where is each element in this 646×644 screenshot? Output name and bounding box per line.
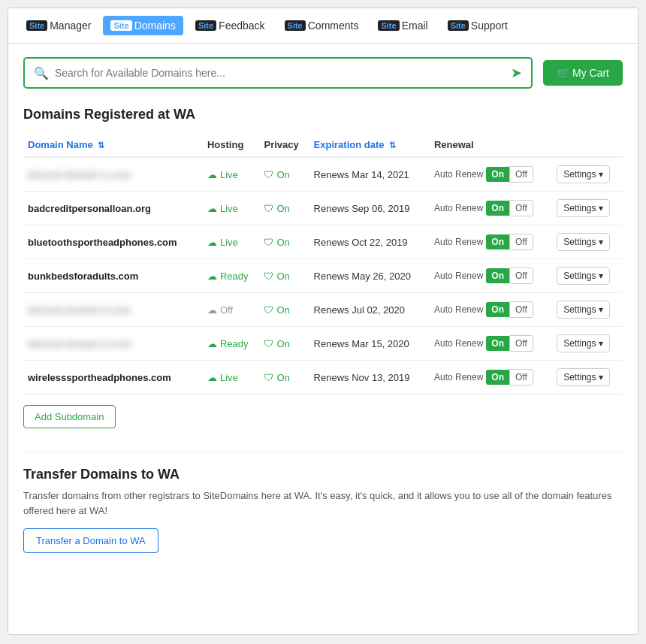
nav-item-email[interactable]: Site Email	[370, 16, 435, 35]
hosting-status-cell: ☁ Ready	[203, 327, 260, 361]
search-cart-row: 🔍 ➤ 🛒 My Cart	[23, 57, 623, 89]
auto-renew-label: Auto Renew	[434, 372, 483, 382]
transfer-description: Transfer domains from other registrars t…	[23, 488, 623, 518]
table-row: blurred-domain-3.com☁ Ready🛡 OnRenews Ma…	[23, 327, 623, 361]
site-badge: Site	[448, 20, 469, 31]
shield-icon: 🛡	[264, 271, 273, 282]
cloud-icon: ☁	[207, 338, 217, 349]
auto-renew-label: Auto Renew	[434, 237, 483, 247]
domain-name-cell: blurred-domain-1.com	[23, 157, 203, 192]
search-icon: 🔍	[34, 66, 49, 80]
shield-icon: 🛡	[264, 304, 273, 316]
hosting-status: ☁ Live	[207, 372, 255, 383]
privacy-cell: 🛡 On	[259, 293, 309, 327]
table-row: badcreditpersonalloan.org☁ Live🛡 OnRenew…	[23, 192, 623, 225]
site-badge: Site	[195, 20, 216, 31]
hosting-status-cell: ☁ Live	[203, 157, 260, 192]
col-expiration[interactable]: Expiration date ⇅	[309, 133, 430, 157]
toggle-on-button[interactable]: On	[486, 234, 509, 249]
toggle-group: On Off	[486, 268, 533, 284]
settings-cell: Settings ▾	[552, 225, 623, 259]
toggle-on-button[interactable]: On	[486, 336, 509, 351]
nav-item-comments[interactable]: Site Comments	[277, 16, 367, 35]
nav-label-email: Email	[402, 20, 428, 32]
renewal-cell: Auto Renew On Off	[430, 192, 552, 225]
domain-name-text: bluetoothsportheadphones.com	[28, 237, 177, 248]
settings-button[interactable]: Settings ▾	[557, 301, 610, 319]
nav-item-domains[interactable]: Site Domains	[103, 16, 183, 35]
cloud-icon: ☁	[207, 203, 217, 214]
settings-button[interactable]: Settings ▾	[557, 368, 610, 386]
search-submit-icon[interactable]: ➤	[511, 65, 522, 81]
shield-icon: 🛡	[264, 203, 273, 214]
nav-item-support[interactable]: Site Support	[440, 16, 515, 35]
transfer-domain-button[interactable]: Transfer a Domain to WA	[23, 528, 158, 553]
hosting-status: ☁ Live	[207, 203, 255, 214]
privacy-cell: 🛡 On	[259, 225, 309, 259]
expiration-cell: Renews Nov 13, 2019	[309, 361, 430, 395]
hosting-status-cell: ☁ Off	[203, 293, 260, 327]
cloud-icon: ☁	[207, 237, 217, 248]
toggle-on-button[interactable]: On	[486, 167, 509, 182]
col-actions	[552, 133, 623, 157]
cloud-icon: ☁	[207, 169, 217, 180]
toggle-off-button[interactable]: Off	[509, 200, 533, 216]
toggle-off-button[interactable]: Off	[509, 335, 533, 352]
auto-renew-label: Auto Renew	[434, 169, 483, 180]
domain-name-cell: bluetoothsportheadphones.com	[23, 225, 203, 259]
auto-renew-label: Auto Renew	[434, 203, 483, 213]
transfer-section: Transfer Domains to WA Transfer domains …	[23, 451, 623, 553]
hosting-status: ☁ Live	[207, 237, 255, 248]
search-box: 🔍 ➤	[23, 57, 533, 89]
toggle-off-button[interactable]: Off	[509, 166, 533, 183]
privacy-status: 🛡 On	[264, 271, 304, 282]
privacy-cell: 🛡 On	[259, 361, 309, 395]
nav-bar: Site Manager Site Domains Site Feedback …	[8, 8, 638, 44]
auto-renew-label: Auto Renew	[434, 304, 483, 315]
settings-cell: Settings ▾	[552, 259, 623, 293]
privacy-cell: 🛡 On	[259, 157, 309, 192]
toggle-on-button[interactable]: On	[486, 302, 509, 317]
expiration-cell: Renews Oct 22, 2019	[309, 225, 430, 259]
privacy-status: 🛡 On	[264, 304, 304, 316]
toggle-off-button[interactable]: Off	[509, 369, 533, 385]
renewal-cell: Auto Renew On Off	[430, 157, 552, 192]
domain-name-cell: bunkbedsforadults.com	[23, 259, 203, 293]
hosting-status-cell: ☁ Ready	[203, 259, 260, 293]
hosting-status: ☁ Live	[207, 169, 255, 180]
toggle-on-button[interactable]: On	[486, 370, 509, 385]
domain-name-cell: blurred-domain-2.com	[23, 293, 203, 327]
toggle-off-button[interactable]: Off	[509, 268, 533, 284]
settings-cell: Settings ▾	[552, 192, 623, 225]
settings-button[interactable]: Settings ▾	[557, 233, 610, 251]
renewal-cell: Auto Renew On Off	[430, 259, 552, 293]
auto-renew-label: Auto Renew	[434, 338, 483, 349]
toggle-on-button[interactable]: On	[486, 201, 509, 216]
col-domain-name[interactable]: Domain Name ⇅	[23, 133, 203, 157]
transfer-title: Transfer Domains to WA	[23, 467, 623, 482]
table-row: bunkbedsforadults.com☁ Ready🛡 OnRenews M…	[23, 259, 623, 293]
search-input[interactable]	[55, 67, 505, 79]
domain-name-cell: blurred-domain-3.com	[23, 327, 203, 361]
cloud-icon: ☁	[207, 271, 217, 282]
add-subdomain-button[interactable]: Add Subdomain	[23, 405, 116, 428]
toggle-off-button[interactable]: Off	[509, 234, 533, 250]
my-cart-button[interactable]: 🛒 My Cart	[543, 60, 623, 86]
hosting-status-cell: ☁ Live	[203, 192, 260, 225]
toggle-on-button[interactable]: On	[486, 268, 509, 283]
table-row: bluetoothsportheadphones.com☁ Live🛡 OnRe…	[23, 225, 623, 259]
settings-button[interactable]: Settings ▾	[557, 334, 610, 352]
settings-button[interactable]: Settings ▾	[557, 165, 610, 183]
sort-arrows-expiration: ⇅	[389, 141, 396, 150]
table-row: blurred-domain-2.com☁ Off🛡 OnRenews Jul …	[23, 293, 623, 327]
nav-item-feedback[interactable]: Site Feedback	[188, 16, 273, 35]
nav-label-comments: Comments	[308, 20, 359, 32]
settings-cell: Settings ▾	[552, 327, 623, 361]
auto-renew-label: Auto Renew	[434, 271, 483, 281]
nav-item-manager[interactable]: Site Manager	[19, 16, 98, 35]
toggle-off-button[interactable]: Off	[509, 301, 533, 318]
settings-button[interactable]: Settings ▾	[557, 267, 610, 285]
domain-name-text: bunkbedsforadults.com	[28, 271, 138, 282]
settings-button[interactable]: Settings ▾	[557, 199, 610, 217]
privacy-cell: 🛡 On	[259, 327, 309, 361]
